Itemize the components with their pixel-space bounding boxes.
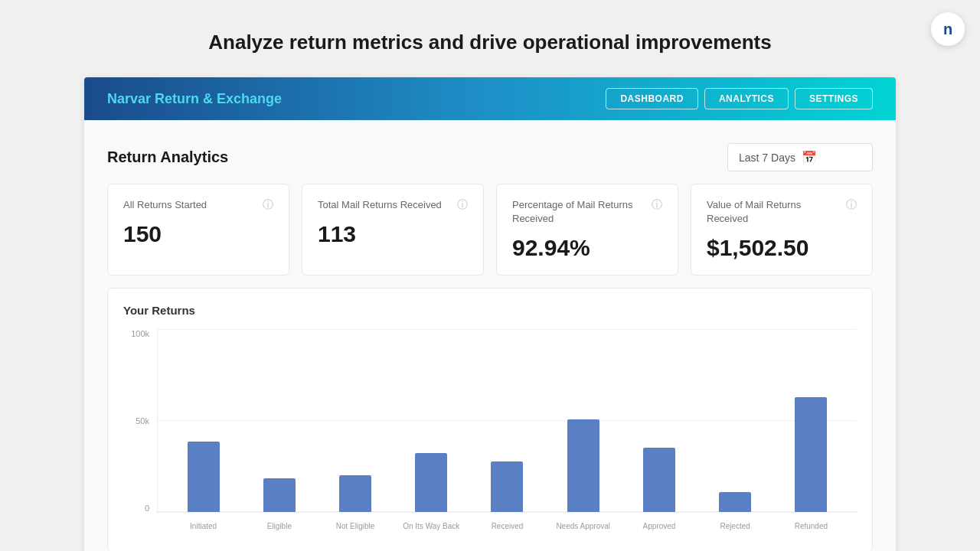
bar-label-needs-approval: Needs Approval <box>556 522 610 530</box>
app-container: Narvar Return & Exchange DASHBOARD ANALY… <box>84 77 896 551</box>
chart-area: InitiatedEligibleNot EligibleOn Its Way … <box>157 329 857 513</box>
y-label-0: 0 <box>145 504 149 513</box>
chart-section: Your Returns 100k 50k 0 InitiatedEligibl… <box>107 288 873 551</box>
bar-group-initiated: Initiated <box>188 329 220 512</box>
metric-value-value-mail-returns: $1,502.50 <box>707 235 857 261</box>
nav-analytics-button[interactable]: ANALYTICS <box>704 88 789 109</box>
bar-initiated[interactable] <box>188 442 220 512</box>
bar-group-rejected: Rejected <box>719 329 751 512</box>
metric-label-all-returns: All Returns Started <box>123 198 207 212</box>
nav-bar: Narvar Return & Exchange DASHBOARD ANALY… <box>84 77 896 120</box>
info-icon-mail-returns[interactable]: ⓘ <box>457 198 468 212</box>
bar-eligible[interactable] <box>263 478 296 512</box>
bar-label-approved: Approved <box>643 522 676 530</box>
bar-label-rejected: Rejected <box>720 522 750 530</box>
metric-card-header-pct-mail-returns: Percentage of Mail Returns Received ⓘ <box>512 198 662 226</box>
bar-group-eligible: Eligible <box>263 329 296 512</box>
bar-refunded[interactable] <box>795 397 827 512</box>
metric-card-header-all-returns: All Returns Started ⓘ <box>123 198 273 212</box>
bar-label-refunded: Refunded <box>795 522 828 530</box>
logo-letter: n <box>943 21 952 38</box>
metric-cards: All Returns Started ⓘ 150 Total Mail Ret… <box>107 184 873 276</box>
bar-not-eligible[interactable] <box>339 475 371 512</box>
metric-card-mail-returns: Total Mail Returns Received ⓘ 113 <box>302 184 484 276</box>
bar-label-received: Received <box>492 522 524 530</box>
page-title: Analyze return metrics and drive operati… <box>0 0 980 77</box>
bar-group-not-eligible: Not Eligible <box>339 329 371 512</box>
bar-approved[interactable] <box>643 448 675 512</box>
bar-label-initiated: Initiated <box>190 522 217 530</box>
metric-card-header-value-mail-returns: Value of Mail Returns Received ⓘ <box>707 198 857 226</box>
bar-label-not-eligible: Not Eligible <box>336 522 375 530</box>
metric-card-pct-mail-returns: Percentage of Mail Returns Received ⓘ 92… <box>496 184 678 276</box>
bar-needs-approval[interactable] <box>567 419 599 512</box>
metric-card-value-mail-returns: Value of Mail Returns Received ⓘ $1,502.… <box>691 184 873 276</box>
metric-card-header-mail-returns: Total Mail Returns Received ⓘ <box>318 198 468 212</box>
metric-value-all-returns: 150 <box>123 221 273 247</box>
bar-group-needs-approval: Needs Approval <box>567 329 599 512</box>
info-icon-pct-mail-returns[interactable]: ⓘ <box>652 198 662 212</box>
bar-group-received: Received <box>491 329 523 512</box>
bar-group-refunded: Refunded <box>795 329 827 512</box>
bar-group-on-its-way-back: On Its Way Back <box>415 329 447 512</box>
nav-settings-button[interactable]: SETTINGS <box>795 88 873 109</box>
chart-title: Your Returns <box>123 304 857 317</box>
metric-card-all-returns: All Returns Started ⓘ 150 <box>107 184 289 276</box>
metric-label-mail-returns: Total Mail Returns Received <box>318 198 442 212</box>
analytics-header: Return Analytics Last 7 Days 📅 <box>107 143 873 171</box>
date-filter-label: Last 7 Days <box>739 152 795 164</box>
bar-label-eligible: Eligible <box>267 522 292 530</box>
bar-received[interactable] <box>491 461 523 512</box>
y-label-100k: 100k <box>131 329 149 338</box>
y-label-50k: 50k <box>136 416 149 425</box>
nav-brand: Narvar Return & Exchange <box>107 91 282 107</box>
bar-label-on-its-way-back: On Its Way Back <box>403 522 459 530</box>
nav-buttons: DASHBOARD ANALYTICS SETTINGS <box>606 88 873 109</box>
bar-on-its-way-back[interactable] <box>415 453 447 512</box>
logo-circle: n <box>931 12 965 46</box>
date-filter[interactable]: Last 7 Days 📅 <box>727 143 873 171</box>
bar-group-approved: Approved <box>643 329 675 512</box>
info-icon-all-returns[interactable]: ⓘ <box>263 198 273 212</box>
nav-brand-highlight: Return & Exchange <box>155 91 282 106</box>
nav-brand-main: Narvar <box>107 91 155 106</box>
nav-dashboard-button[interactable]: DASHBOARD <box>606 88 698 109</box>
info-icon-value-mail-returns[interactable]: ⓘ <box>846 198 857 212</box>
metric-label-pct-mail-returns: Percentage of Mail Returns Received <box>512 198 640 226</box>
calendar-icon: 📅 <box>802 150 817 165</box>
main-content: Return Analytics Last 7 Days 📅 All Retur… <box>84 120 896 551</box>
analytics-title: Return Analytics <box>107 148 228 166</box>
metric-value-pct-mail-returns: 92.94% <box>512 235 662 261</box>
metric-label-value-mail-returns: Value of Mail Returns Received <box>707 198 835 226</box>
chart-wrapper: 100k 50k 0 InitiatedEligibleNot Eligible… <box>123 329 857 536</box>
metric-value-mail-returns: 113 <box>318 221 468 247</box>
bar-rejected[interactable] <box>719 492 751 512</box>
chart-y-labels: 100k 50k 0 <box>123 329 154 513</box>
